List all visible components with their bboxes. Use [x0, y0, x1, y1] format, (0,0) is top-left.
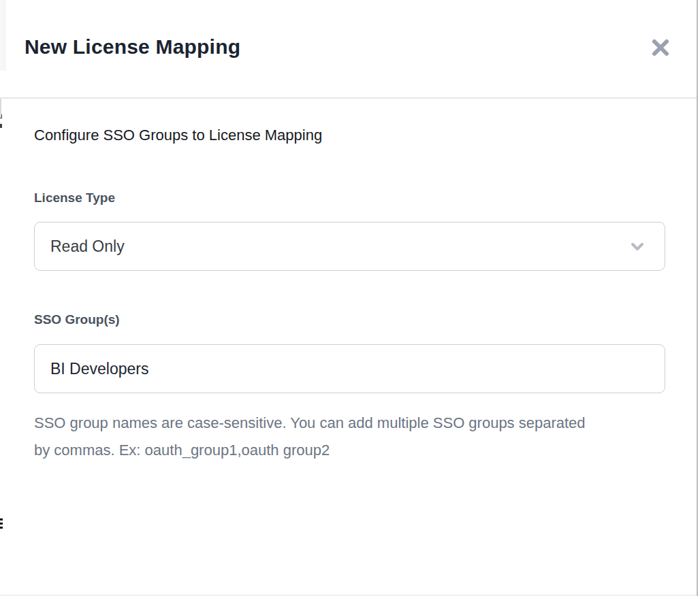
license-type-select[interactable]: Read Only: [34, 222, 665, 271]
page-edge-divider-fragment: [0, 97, 1, 118]
close-icon: [650, 37, 671, 58]
modal-title: New License Mapping: [25, 35, 240, 59]
license-type-value: Read Only: [50, 237, 628, 256]
modal-dialog: New License Mapping Configure SSO Groups…: [0, 0, 700, 596]
modal-right-border: [697, 0, 698, 596]
modal-header: New License Mapping: [0, 0, 697, 99]
modal-description: Configure SSO Groups to License Mapping: [34, 127, 322, 144]
background-menu-icon: [0, 518, 3, 531]
close-button[interactable]: [646, 33, 675, 63]
sso-groups-help-text: SSO group names are case-sensitive. You …: [34, 410, 599, 464]
sso-groups-label: SSO Group(s): [34, 312, 120, 327]
license-type-label: License Type: [34, 191, 115, 205]
sso-groups-input[interactable]: [34, 344, 665, 393]
page-edge-fragment: [0, 124, 2, 128]
chevron-down-icon: [628, 237, 647, 256]
